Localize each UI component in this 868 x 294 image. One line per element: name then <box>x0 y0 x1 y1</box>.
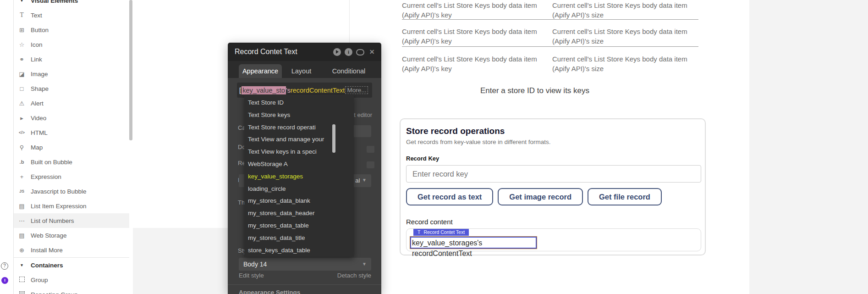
sidebar-item-label: Map <box>31 144 43 151</box>
expression-caret: [ <box>239 86 241 94</box>
size-cell: Current cell's List Store Keys body data… <box>552 27 698 46</box>
edit-style-link[interactable]: Edit style <box>239 272 264 279</box>
sidebar-item-javascript-to-bubble[interactable]: JSJavascript to Bubble <box>14 184 129 199</box>
dropdown-option-store-keys-data-table[interactable]: store_keys_data_table <box>244 244 354 257</box>
caret-down-icon: ▾ <box>18 0 26 3</box>
sidebar-item-map[interactable]: ⚲Map <box>14 140 129 155</box>
store-key-row[interactable]: Current cell's List Store Keys body data… <box>402 20 698 47</box>
store-keys-table: Current cell's List Store Keys body data… <box>402 0 698 73</box>
sidebar-item-alert[interactable]: ⚠Alert <box>14 96 129 111</box>
sidebar-item-image[interactable]: ◪Image <box>14 67 129 81</box>
dropdown-option-my-stores-data-title[interactable]: my_stores_data_title <box>244 232 354 244</box>
dropdown-option-webstorage-a[interactable]: WebStorage A <box>244 158 354 171</box>
sidebar-item-web-storage[interactable]: ▤Web Storage <box>14 228 129 243</box>
play-icon[interactable] <box>333 48 341 56</box>
style-select[interactable]: Body 14 ▼ <box>239 258 371 271</box>
store-key-row[interactable]: Current cell's List Store Keys body data… <box>402 0 698 20</box>
sidebar-item-install-more[interactable]: ⊕Install More <box>14 243 129 257</box>
dropdown-option-text-store-record-operati[interactable]: Text Store record operati <box>244 122 354 134</box>
intercom-icon[interactable]: I <box>1 277 8 284</box>
selected-text-element[interactable]: key_value_storages's recordContentText <box>410 237 537 249</box>
card-title: Store record operations <box>406 126 505 136</box>
help-icon[interactable]: ? <box>1 262 8 270</box>
occluded-checkbox[interactable] <box>367 161 374 168</box>
autocomplete-dropdown: Text Store IDText Store keysText Store r… <box>244 95 354 257</box>
sidebar-item-label: Repeating Group <box>31 291 78 294</box>
sidebar-item-video[interactable]: ▸Video <box>14 111 129 125</box>
dropdown-scrollbar[interactable] <box>332 124 335 153</box>
key-cell: Current cell's List Store Keys body data… <box>402 55 544 73</box>
key-cell: Current cell's List Store Keys body data… <box>402 1 544 19</box>
dropdown-option-text-view-keys-in-a-speci[interactable]: Text View keys in a speci <box>244 146 354 158</box>
sidebar-item-label: Video <box>31 115 46 122</box>
dialog-header[interactable]: Record Contet Text i ✕ <box>228 43 381 61</box>
get-image-record-button[interactable]: Get image record <box>498 188 583 205</box>
dropdown-option-text-store-id[interactable]: Text Store ID <box>244 97 354 109</box>
sidebar-item-label: Button <box>31 27 49 33</box>
record-buttons-row: Get record as textGet image recordGet fi… <box>406 188 662 205</box>
sidebar-scrollbar[interactable] <box>129 0 132 140</box>
canvas-background <box>133 228 228 294</box>
sidebar-item-label: HTML <box>31 129 48 136</box>
property-editor-dialog: Ca Do Re HT Th Sty xt editor al ▼ [ key_… <box>228 43 381 294</box>
sidebar-item-text[interactable]: TText <box>14 8 129 22</box>
sidebar-list: ▾Visual ElementsTText⊞Button☆Icon⚭Link◪I… <box>14 0 129 294</box>
sidebar-item-link[interactable]: ⚭Link <box>14 52 129 67</box>
dropdown-option-loading-circle[interactable]: loading_circle <box>244 183 354 195</box>
expression-more-button[interactable]: More... <box>345 86 368 94</box>
occluded-checkbox[interactable] <box>367 146 374 153</box>
sidebar-item-expression[interactable]: +Expression <box>14 169 129 184</box>
sidebar-section-visual-elements[interactable]: ▾Visual Elements <box>14 0 129 8</box>
store-key-row[interactable]: Current cell's List Store Keys body data… <box>402 47 698 73</box>
sidebar-item-list-of-numbers[interactable]: ⋯List of Numbers <box>14 213 129 228</box>
tab-appearance[interactable]: Appearance <box>239 64 282 78</box>
sidebar-section-containers[interactable]: ▾Containers <box>14 258 129 272</box>
rich-text-editor-link[interactable]: xt editor <box>351 111 372 118</box>
record-content-label: Record content <box>406 218 453 226</box>
style-links-row: Edit style Detach style <box>239 272 371 279</box>
sidebar-item-repeating-group[interactable]: Repeating Group <box>14 287 129 294</box>
occluded-select-value: al <box>355 177 360 184</box>
html-icon: </> <box>18 130 26 135</box>
tab-conditional[interactable]: Conditional <box>328 64 369 78</box>
sidebar-item-built-on-bubble[interactable]: .bBuilt on Bubble <box>14 155 129 169</box>
ellipsis-icon: ⋯ <box>18 217 26 224</box>
expression-field[interactable]: recordContentText <box>291 87 345 94</box>
appearance-settings-header: Appearance Settings <box>239 289 300 294</box>
sidebar-item-group[interactable]: Group <box>14 272 129 287</box>
map-pin-icon: ⚲ <box>18 144 26 151</box>
info-icon[interactable]: i <box>345 48 352 56</box>
detach-style-link[interactable]: Detach style <box>337 272 371 279</box>
sidebar-item-shape[interactable]: □Shape <box>14 81 129 96</box>
text-element-icon: T <box>418 229 420 236</box>
sidebar-item-icon[interactable]: ☆Icon <box>14 37 129 52</box>
sidebar-item-html[interactable]: </>HTML <box>14 125 129 140</box>
record-key-input[interactable] <box>406 165 701 183</box>
button-icon: ⊞ <box>18 27 26 33</box>
get-record-as-text-button[interactable]: Get record as text <box>406 188 493 205</box>
sidebar-item-label: Group <box>31 277 48 283</box>
dropdown-option-text-view-and-manage-your[interactable]: Text View and manage your <box>244 133 354 146</box>
plus-icon: + <box>18 173 26 180</box>
record-key-label: Record Key <box>406 155 439 162</box>
tab-layout[interactable]: Layout <box>288 64 314 78</box>
sidebar-item-button[interactable]: ⊞Button <box>14 22 129 37</box>
dropdown-option-my-stores-data-header[interactable]: my_stores_data_header <box>244 207 354 220</box>
storage-icon: ▤ <box>18 232 26 239</box>
close-icon[interactable]: ✕ <box>368 48 376 56</box>
sidebar-item-list-item-expression[interactable]: ▤List Item Expression <box>14 199 129 213</box>
get-file-record-button[interactable]: Get file record <box>588 188 662 205</box>
dropdown-option-my-stores-data-blank[interactable]: my_stores_data_blank <box>244 195 354 207</box>
dialog-title: Record Contet Text <box>235 48 330 56</box>
caret-down-icon: ▾ <box>18 263 26 267</box>
dropdown-option-text-store-keys[interactable]: Text Store keys <box>244 109 354 122</box>
comment-icon[interactable] <box>356 49 364 55</box>
sidebar-item-label: List Item Expression <box>31 203 87 210</box>
dropdown-option-my-stores-data-table[interactable]: my_stores_data_table <box>244 220 354 232</box>
size-cell: Current cell's List Store Keys body data… <box>552 55 698 73</box>
dropdown-option-key-value-storages[interactable]: key_value_storages <box>244 171 354 183</box>
selected-element-badge: T Record Contet Text <box>413 229 469 236</box>
sidebar-section-label: Visual Elements <box>31 0 78 4</box>
expression-token[interactable]: key_value_sto <box>242 86 286 94</box>
empty-state-text[interactable]: Enter a store ID to view its keys <box>388 86 681 95</box>
